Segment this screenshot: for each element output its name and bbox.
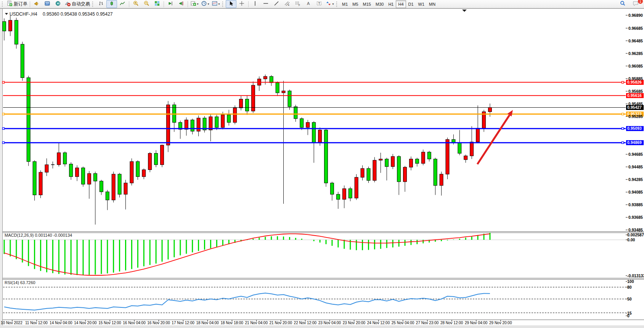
bottom-strip: [0, 325, 644, 328]
channel-tool-button[interactable]: E: [282, 0, 292, 8]
rsi-axis-label: 50: [627, 297, 632, 301]
toolbar-grip[interactable]: [222, 2, 225, 7]
equidistant-channel-icon: E: [284, 0, 290, 8]
candle-down: [118, 174, 121, 194]
candle-up: [318, 130, 322, 142]
time-label: 29 Nov 20:00: [489, 321, 512, 325]
timeframe-d1-button[interactable]: D1: [406, 0, 416, 8]
fibonacci-icon: F: [295, 0, 301, 8]
macd-axis-label: 0.002587: [627, 233, 644, 237]
market-watch-button[interactable]: [53, 0, 63, 8]
candle-down: [246, 99, 249, 111]
new-order-button[interactable]: 新订单: [5, 0, 29, 8]
arrows-tool-button[interactable]: ▾: [324, 0, 335, 8]
trendline-icon: [273, 0, 279, 8]
toolbar-grip[interactable]: [336, 2, 339, 7]
alert-button[interactable]: [31, 0, 42, 8]
line-anchor[interactable]: [3, 128, 5, 129]
price-tick-label: 0.95485: [628, 102, 643, 106]
search-icon: [620, 0, 626, 8]
indicators-button[interactable]: ▾: [189, 0, 200, 8]
signal-icon: [55, 0, 61, 8]
zoom-in-button[interactable]: [130, 0, 141, 8]
candle-up: [446, 139, 449, 174]
line-anchor[interactable]: [622, 128, 624, 129]
svg-text:F: F: [299, 4, 300, 6]
template-button[interactable]: ▾: [210, 0, 221, 8]
search-button[interactable]: [617, 0, 628, 8]
candle-down: [154, 153, 158, 165]
candle-up: [263, 76, 267, 79]
candle-up: [166, 105, 170, 145]
text-tool-button[interactable]: A: [303, 0, 314, 8]
auto-trading-button[interactable]: 自动交易: [63, 0, 91, 8]
price-tick-label: 0.94485: [628, 165, 643, 169]
bar-chart-mode-button[interactable]: [96, 0, 106, 8]
indicators-plus-icon: [190, 0, 196, 8]
horn-icon: [34, 0, 40, 8]
line-anchor[interactable]: [3, 113, 5, 115]
rsi-axis-label: 100: [627, 279, 634, 284]
time-label: 14 Nov 04:00: [50, 321, 72, 325]
text-label-tool-button[interactable]: T: [314, 0, 324, 8]
candle-up: [57, 153, 61, 165]
line-anchor[interactable]: [3, 142, 5, 144]
chevron-down-icon: ▾: [207, 2, 209, 6]
vertical-line-tool-button[interactable]: [250, 0, 260, 8]
candle-up: [355, 177, 358, 198]
candlestick-icon: [109, 0, 115, 8]
candle-down: [100, 181, 103, 192]
arrow-shapes-icon: [326, 0, 332, 8]
candle-up: [161, 145, 164, 165]
new-chart-button[interactable]: [42, 0, 53, 8]
line-anchor[interactable]: [622, 142, 624, 144]
vertical-line-icon: [252, 0, 258, 8]
rsi-axis-label: 0: [627, 313, 630, 318]
line-anchor[interactable]: [3, 81, 5, 83]
price-tick-label: 0.93885: [628, 202, 643, 207]
price-tick-label: 0.96285: [628, 51, 643, 56]
candle-down: [385, 159, 389, 166]
macd-axis-label: -0.013133: [627, 273, 644, 278]
line-anchor[interactable]: [622, 81, 624, 83]
toolbar-grip[interactable]: [92, 2, 95, 7]
rsi-axis-label: 80: [627, 285, 632, 289]
period-clock-button[interactable]: ▾: [200, 0, 210, 8]
candle-up: [130, 162, 133, 183]
notifications-button[interactable]: 1: [630, 0, 641, 8]
chevron-down-icon: ▾: [218, 2, 220, 6]
timeframe-m1-button[interactable]: M1: [340, 0, 350, 8]
crosshair-tool-button[interactable]: [236, 0, 247, 8]
timeframe-m5-button[interactable]: M5: [350, 0, 360, 8]
line-chart-mode-button[interactable]: [117, 0, 128, 8]
tile-windows-button[interactable]: [152, 0, 162, 8]
price-tag-label: 0.94869: [627, 140, 642, 145]
horizontal-line-tool-button[interactable]: [260, 0, 271, 8]
time-label: 27 Nov 23:00: [416, 321, 439, 325]
trendline-tool-button[interactable]: [271, 0, 282, 8]
timeframe-m15-button[interactable]: M15: [361, 0, 373, 8]
timeframe-m30-button[interactable]: M30: [373, 0, 386, 8]
candle-up: [87, 173, 91, 184]
candle-down: [367, 168, 370, 180]
chart-window-icon: [44, 0, 50, 8]
candle-up: [306, 123, 310, 128]
timeframe-mn-button[interactable]: MN: [427, 0, 438, 8]
time-label: 10 Nov 2022: [1, 321, 22, 325]
candle-up: [45, 165, 48, 172]
time-label: 22 Nov 12:00: [294, 321, 317, 325]
timeframe-h1-button[interactable]: H1: [386, 0, 396, 8]
timeframe-w1-button[interactable]: W1: [416, 0, 427, 8]
toolbar-grip[interactable]: [2, 2, 4, 7]
zoom-out-button[interactable]: [141, 0, 152, 8]
cursor-tool-button[interactable]: [226, 0, 236, 8]
timeframe-h4-button[interactable]: H4: [396, 0, 406, 8]
template-icon: [212, 0, 218, 8]
auto-scroll-button[interactable]: [165, 0, 176, 8]
chart-shift-button[interactable]: [176, 0, 186, 8]
timeframe-group: M1M5M15M30H1H4D1W1MN: [340, 0, 438, 8]
line-anchor[interactable]: [622, 113, 624, 115]
fibonacci-tool-button[interactable]: F: [292, 0, 303, 8]
candlestick-mode-button[interactable]: [106, 0, 117, 8]
candle-up: [421, 152, 425, 163]
